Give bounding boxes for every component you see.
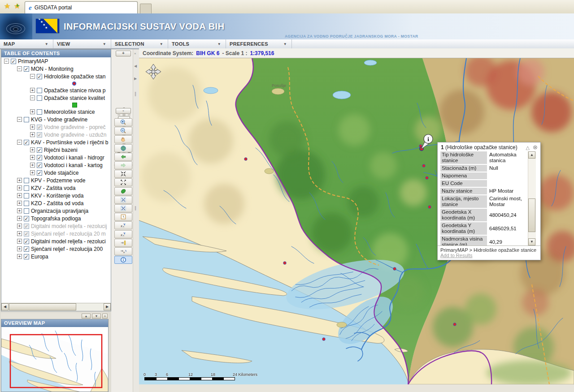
select-xy2-tool[interactable]: xY	[114, 230, 132, 238]
layer-tree-item[interactable]: +✓Vodotoci i kanali - kartog	[1, 161, 111, 169]
expand-node-icon[interactable]: +	[17, 224, 22, 228]
layer-tree-item[interactable]: −✓Hidrološke opažačke stan	[1, 73, 111, 80]
layer-checkbox[interactable]	[24, 185, 29, 191]
layer-checkbox[interactable]	[37, 88, 42, 93]
toc-horizontal-scrollbar[interactable]: ◀ ▶	[1, 303, 111, 311]
layer-checkbox[interactable]: ✓	[24, 231, 29, 237]
goto-xy-tool[interactable]: xY	[114, 247, 132, 255]
collapse-node-icon[interactable]: −	[17, 117, 22, 122]
select-box-tool[interactable]	[114, 213, 132, 221]
zoom-selected-tool[interactable]	[114, 170, 132, 178]
close-icon[interactable]: ⊗	[533, 144, 538, 151]
layer-tree-item[interactable]: +✓Riječni bazeni	[1, 146, 111, 154]
menu-view[interactable]: VIEW▼	[53, 39, 111, 48]
expand-node-icon[interactable]: +	[30, 132, 35, 137]
add-favorite-icon[interactable]: ★+	[14, 2, 20, 10]
close-icon[interactable]: ×	[102, 314, 108, 319]
layer-checkbox[interactable]: ✓	[24, 140, 29, 145]
expand-node-icon[interactable]: +	[30, 109, 35, 114]
layer-tree-item[interactable]: +✓Europa	[1, 253, 111, 260]
crs-value[interactable]: BIH GK 6	[196, 50, 219, 56]
zoom-full-tool[interactable]	[114, 178, 132, 186]
layer-checkbox[interactable]: ✓	[37, 125, 42, 130]
expand-node-icon[interactable]: +	[30, 125, 35, 129]
layer-tree-item[interactable]: +✓Vodne građevine - uzdužn	[1, 131, 111, 138]
layer-tree-item[interactable]: −Opažačke stanice kvalitet	[1, 94, 111, 102]
layer-tree-item[interactable]: +✓Topografska podloga	[1, 215, 111, 222]
layer-checkbox[interactable]	[24, 178, 29, 183]
expand-node-icon[interactable]: +	[17, 178, 22, 183]
menu-tools[interactable]: TOOLS▼	[168, 39, 226, 48]
layer-tree-item[interactable]: −KVG - Vodne građevine	[1, 116, 111, 123]
collapse-node-icon[interactable]: −	[17, 140, 22, 145]
collapse-node-icon[interactable]: −	[30, 95, 35, 100]
expand-node-icon[interactable]: +	[17, 193, 22, 198]
layer-checkbox[interactable]	[37, 109, 42, 115]
layer-tree-item[interactable]: +✓Sjenčani reljef - rezolucija 200	[1, 245, 111, 253]
layer-checkbox[interactable]: ✓	[24, 224, 29, 229]
close-icon[interactable]: ×	[134, 52, 136, 56]
collapse-node-icon[interactable]: −	[4, 59, 9, 64]
layer-tree-item[interactable]: +KKV - Korištenje voda	[1, 192, 111, 199]
expand-node-icon[interactable]: +	[30, 155, 35, 160]
layer-tree-item[interactable]: −✓MON - Monitoring	[1, 65, 111, 73]
layer-tree-item[interactable]: −✓KAV - Površinske vode i riječni b	[1, 138, 111, 146]
layer-tree-item[interactable]: +Organizacija upravljanja	[1, 207, 111, 215]
expand-node-icon[interactable]: +	[30, 170, 35, 175]
zoom-slider-minus-button[interactable]: -	[116, 108, 131, 114]
layer-tree-item[interactable]: +✓Digitalni model reljefa - rezoluci	[1, 237, 111, 245]
expand-node-icon[interactable]: +	[17, 201, 22, 206]
layer-checkbox[interactable]: ✓	[24, 246, 29, 252]
layer-checkbox[interactable]: ✓	[37, 132, 42, 138]
menu-selection[interactable]: SELECTION▼	[111, 39, 168, 48]
menu-preferences[interactable]: PREFERENCES▼	[226, 39, 292, 48]
layer-tree-item[interactable]: +KZV - Zaštita voda	[1, 184, 111, 192]
layer-tree-item[interactable]: +✓Digitalni model reljefa - rezolucij	[1, 222, 111, 230]
scroll-thumb[interactable]	[9, 303, 76, 310]
layer-checkbox[interactable]: ✓	[37, 147, 42, 153]
layer-tree-item[interactable]: +Meteorološke stanice	[1, 108, 111, 116]
full-extent-tool[interactable]	[114, 144, 132, 152]
scroll-up-icon[interactable]: ▲	[528, 151, 535, 159]
expand-node-icon[interactable]: +	[17, 239, 22, 244]
layer-checkbox[interactable]	[24, 208, 29, 214]
new-tab-button[interactable]	[140, 4, 152, 14]
collapse-up-icon[interactable]: ▲	[82, 314, 91, 319]
layer-checkbox[interactable]	[37, 95, 42, 101]
measure-tool[interactable]	[114, 239, 132, 247]
layer-tree-item[interactable]: +KZO - Zaštita od voda	[1, 199, 111, 207]
layer-checkbox[interactable]	[24, 193, 29, 198]
add-to-results-link[interactable]: Add to Results	[440, 253, 538, 258]
expand-node-icon[interactable]: +	[30, 88, 35, 93]
browser-tab[interactable]: e GISDATA portal	[25, 1, 138, 13]
selection-out-tool[interactable]	[114, 204, 132, 212]
overview-map-canvas[interactable]	[1, 327, 108, 392]
collapse-down-icon[interactable]: ▼	[92, 314, 101, 319]
layer-tree-item[interactable]: +✓Sjenčani reljef - rezolucija 20 m	[1, 230, 111, 237]
select-polygon-tool[interactable]	[114, 187, 132, 195]
panel-splitter[interactable]: × ◀ ▶ ║ ║	[133, 49, 139, 392]
forward-extent-tool[interactable]	[114, 161, 132, 169]
scroll-right-icon[interactable]: ▶	[104, 303, 111, 310]
layer-checkbox[interactable]: ✓	[37, 163, 42, 168]
scale-value[interactable]: 1:379,516	[250, 50, 274, 56]
zoom-slider-plus-button[interactable]: +	[116, 51, 131, 56]
layer-checkbox[interactable]: ✓	[37, 74, 42, 79]
back-extent-tool[interactable]	[114, 153, 132, 161]
layer-checkbox[interactable]: ✓	[37, 170, 42, 176]
expand-node-icon[interactable]: +	[17, 231, 22, 236]
favorites-star-icon[interactable]: ★	[4, 2, 10, 10]
scroll-thumb[interactable]	[528, 198, 535, 232]
expand-node-icon[interactable]: +	[17, 216, 22, 221]
layer-checkbox[interactable]: ✓	[24, 66, 29, 72]
expand-node-icon[interactable]: +	[17, 208, 22, 213]
layer-tree-item[interactable]: +Opažačke stanice nivoa p	[1, 86, 111, 94]
layer-checkbox[interactable]	[24, 201, 29, 206]
layer-checkbox[interactable]: ✓	[24, 254, 29, 259]
collapse-node-icon[interactable]: −	[30, 74, 35, 79]
zoom-out-tool[interactable]	[114, 127, 132, 135]
collapse-icon[interactable]: △	[526, 144, 530, 151]
popup-scrollbar[interactable]: ▲ ▼	[528, 151, 536, 246]
layer-tree-item[interactable]: −✓PrimaryMAP	[1, 57, 111, 65]
collapse-node-icon[interactable]: −	[17, 66, 22, 71]
